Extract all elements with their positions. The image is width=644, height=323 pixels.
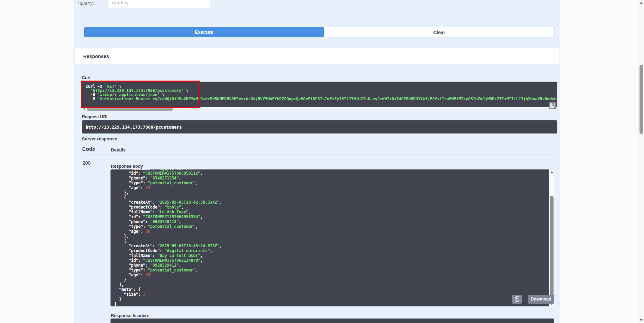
responses-section-header: Responses	[75, 48, 559, 64]
code-line: "createAt": "2025-09-05T10:45:24.870Z",	[114, 243, 554, 248]
query-param-type-label: (query)	[77, 1, 95, 6]
code-line: }	[114, 277, 554, 282]
code-line: "productCode": "digital_materials",	[114, 248, 554, 253]
code-line: ],	[114, 282, 554, 287]
scroll-left-arrow-icon[interactable]	[83, 108, 85, 110]
code-line: "fullName": "Day La Test User",	[114, 253, 554, 258]
download-button[interactable]: Download	[528, 295, 554, 304]
page-scrollbar-thumb[interactable]	[640, 65, 643, 134]
code-line: "type": "potential_customer",	[114, 181, 554, 185]
code-line: "age": 80	[114, 229, 554, 234]
page-scroll-down-arrow-icon[interactable]	[640, 319, 643, 321]
clipboard-icon	[515, 296, 519, 303]
page-scroll-up-arrow-icon[interactable]	[640, 2, 643, 4]
details-column-header: Details	[111, 147, 126, 153]
scroll-up-arrow-icon[interactable]	[550, 171, 553, 173]
clipboard-icon	[550, 103, 555, 109]
clear-button[interactable]: Clear	[324, 27, 555, 37]
code-line: "meta": {	[114, 287, 554, 292]
code-line: }	[114, 302, 554, 306]
server-response-title: Server response	[82, 136, 117, 141]
page-scrollbar[interactable]	[638, 0, 644, 323]
code-line: "productCode": "tools",	[114, 205, 554, 210]
response-body-label: Response body	[111, 164, 143, 169]
code-line: }	[114, 297, 554, 302]
code-line: "age": 23	[114, 185, 554, 190]
response-body-block: "fullName": "Nguyen Van A", "id": "CUSTO…	[110, 169, 554, 306]
status-code: 200	[83, 160, 90, 166]
code-line: "age": 78	[114, 273, 554, 277]
code-line: "createAt": "2025-09-05T10:42:38.334Z",	[114, 200, 554, 205]
code-line: "id": "CUSTOMER#1757068850112",	[114, 171, 554, 176]
response-headers-label: Response headers	[111, 313, 149, 318]
curl-label: Curl	[82, 75, 90, 80]
code-column-header: Code	[82, 146, 95, 152]
response-copy-button[interactable]	[512, 295, 522, 304]
response-headers-block	[110, 319, 554, 323]
curl-scrollbar-thumb[interactable]	[87, 108, 173, 111]
curl-code: curl -X 'GET' \ 'http://13.229.134.173:7…	[86, 84, 557, 101]
code-line: },	[114, 234, 554, 239]
execute-button[interactable]: Execute	[84, 27, 324, 37]
code-line: "id": "CUSTOMER#1757068958334",	[114, 214, 554, 219]
code-line: "phone": "0983728412",	[114, 219, 554, 224]
code-line: {	[114, 195, 554, 200]
code-line: "phone": "0348271234",	[114, 176, 554, 181]
startkey-input[interactable]	[108, 0, 210, 8]
code-line: "id": "CUSTOMER#1757069124870",	[114, 258, 554, 263]
response-body-scrollbar-thumb[interactable]	[550, 196, 554, 298]
code-line: -H 'Authorization: Bearer eyJraWQiOiJVaX…	[86, 97, 557, 101]
operation-block: (query) Execute Clear Responses Curl cur…	[75, 0, 559, 323]
code-line: "type": "potential_customer",	[114, 224, 554, 229]
code-line: },	[114, 190, 554, 195]
response-body-code: "fullName": "Nguyen Van A", "id": "CUSTO…	[110, 169, 554, 306]
response-body-scrollbar[interactable]	[549, 169, 554, 306]
curl-copy-button[interactable]	[549, 102, 556, 109]
request-url-value: http://13.229.134.173:7800/pcustomers	[86, 124, 182, 130]
table-header-divider	[82, 155, 556, 155]
curl-code-block: curl -X 'GET' \ 'http://13.229.134.173:7…	[82, 82, 557, 107]
code-line: "size": 3	[114, 292, 554, 297]
code-line: "phone": "0928329412",	[114, 263, 554, 268]
code-line: {	[114, 239, 554, 243]
request-url-block: http://13.229.134.173:7800/pcustomers	[82, 120, 557, 133]
code-line: "fullName": "Le Anh Tuan",	[114, 210, 554, 214]
request-url-label: Request URL	[82, 114, 109, 119]
curl-horizontal-scrollbar[interactable]	[82, 108, 557, 111]
responses-title: Responses	[83, 54, 109, 59]
code-line: "type": "potential_customer",	[114, 268, 554, 273]
